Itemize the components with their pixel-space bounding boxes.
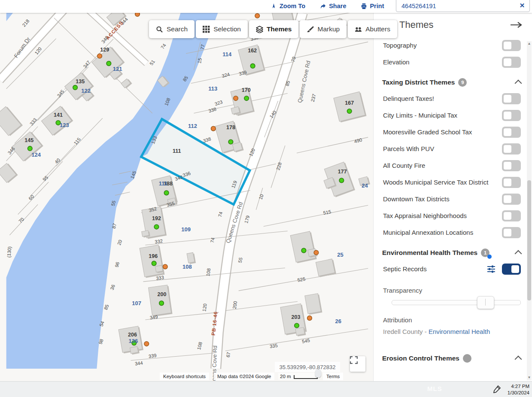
sidebar-scrollbar[interactable]: ▲ ▼ (527, 41, 532, 380)
well-point-marker[interactable] (144, 342, 149, 346)
toolbar-button-search[interactable]: Search (149, 20, 195, 38)
septic-point-marker[interactable] (295, 323, 299, 328)
well-point-marker[interactable] (97, 54, 102, 58)
well-point-marker[interactable] (135, 13, 140, 16)
map-canvas[interactable]: 21812034434634734533334611540956070(130)… (0, 13, 373, 381)
toggle-switch[interactable] (502, 160, 521, 171)
toggle-switch[interactable] (502, 194, 521, 205)
toggle-switch[interactable] (502, 57, 521, 68)
septic-point-marker[interactable] (250, 64, 255, 68)
septic-point-marker[interactable] (347, 109, 352, 114)
parcel-line (145, 231, 287, 245)
clipped-section-header[interactable]: Erosion Control Themes (374, 351, 532, 366)
dimension-label: 333 (29, 117, 38, 127)
scrollbar-thumb[interactable] (527, 180, 531, 300)
septic-point-marker[interactable] (339, 178, 344, 183)
septic-point-marker[interactable] (73, 85, 78, 90)
windows-ink-pen-icon[interactable] (492, 385, 501, 394)
print-button[interactable]: Print (361, 3, 384, 9)
toolbar-button-label: Themes (267, 25, 292, 33)
house-number-label: 196 (149, 253, 158, 259)
lot-number-label: 109 (181, 226, 191, 233)
septic-point-marker[interactable] (244, 96, 249, 101)
keyboard-shortcuts-link[interactable]: Keyboard shortcuts (160, 373, 209, 380)
grid-icon (203, 26, 210, 33)
house-number-label: 135 (76, 79, 85, 85)
dimension-label: 545 (301, 338, 310, 344)
house-number-label: 167 (345, 100, 354, 106)
well-point-marker[interactable] (307, 316, 312, 321)
toggle-switch[interactable] (502, 93, 521, 104)
dimension-label: 237 (310, 93, 316, 102)
septic-point-marker[interactable] (106, 61, 111, 66)
well-point-marker[interactable] (163, 264, 167, 269)
fullscreen-icon (350, 356, 358, 364)
septic-point-marker[interactable] (159, 301, 164, 306)
dimension-label: 51 (149, 59, 156, 66)
map-svg[interactable]: 21812034434634734533334611540956070(130)… (0, 13, 373, 381)
dimension-label: 67 (225, 352, 231, 358)
theme-label: Delinquent Taxes! (383, 95, 434, 102)
collapse-panel-arrow-icon[interactable] (510, 21, 523, 28)
dimension-label: 74 (217, 211, 224, 218)
dimension-label: 87 (111, 223, 118, 229)
dimension-label: 344 (134, 360, 143, 366)
attribution-line: Iredell County - Environmental Health (374, 328, 532, 335)
septic-point-marker[interactable] (301, 248, 306, 253)
lot-number-label: 108 (182, 264, 192, 270)
os-taskbar[interactable]: MLS 4:27 PM 1/30/2024 (0, 381, 532, 397)
zoom-to-button[interactable]: Zoom To (271, 3, 305, 9)
toggle-switch[interactable] (502, 143, 521, 155)
dimension-label: 335 (269, 343, 278, 349)
toggle-switch[interactable] (502, 110, 521, 121)
scroll-down-icon[interactable]: ▼ (527, 375, 532, 380)
scale-thumb (315, 369, 321, 378)
septic-point-marker[interactable] (152, 261, 156, 266)
theme-row: Municipal Annexation Locations (374, 224, 532, 241)
toggle-switch[interactable] (502, 227, 521, 238)
well-point-marker[interactable] (211, 126, 216, 131)
toolbar-button-themes[interactable]: Themes (249, 20, 299, 38)
lot-number-label: 24 (362, 182, 368, 189)
dimension-label: 179 (243, 215, 250, 224)
dimension-label: 40 (54, 157, 61, 164)
house-number-label: 129 (100, 47, 109, 53)
attribution-link[interactable]: Environmental Health (429, 328, 490, 335)
theme-row: Woods Municipal Service Tax District (374, 174, 532, 191)
search-input[interactable] (396, 0, 530, 12)
map-scale: 20 m (278, 373, 319, 380)
scroll-up-icon[interactable]: ▲ (527, 41, 532, 46)
transparency-slider[interactable] (392, 300, 521, 305)
toolbar-button-selection[interactable]: Selection (196, 20, 248, 38)
septic-point-marker[interactable] (164, 191, 169, 195)
taskbar-clock[interactable]: 4:27 PM 1/30/2024 (508, 383, 529, 396)
section-header[interactable]: Environmental Health Themes1 (374, 245, 532, 261)
toggle-switch[interactable] (502, 127, 521, 138)
printer-icon (361, 3, 367, 9)
well-point-marker[interactable] (234, 96, 238, 101)
septic-point-marker[interactable] (228, 139, 233, 144)
share-button[interactable]: Share (320, 3, 346, 9)
fullscreen-button[interactable] (350, 356, 365, 372)
septic-point-marker[interactable] (154, 224, 159, 229)
septic-point-marker[interactable] (27, 146, 32, 151)
lot-number-label: 136 (128, 338, 138, 344)
toggle-switch[interactable] (502, 210, 521, 221)
clear-search-icon[interactable]: ✕ (517, 1, 527, 10)
layers-icon (256, 26, 263, 33)
toolbar-button-abutters[interactable]: Abutters (348, 20, 397, 38)
well-point-marker[interactable] (314, 250, 319, 255)
well-point-marker[interactable] (255, 13, 260, 18)
transparency-slider-handle[interactable] (477, 296, 494, 309)
parcel-line (143, 268, 285, 282)
dimension-label: 70 (18, 217, 25, 224)
section-header[interactable]: Taxing District Themes9 (374, 75, 532, 90)
toolbar-button-markup[interactable]: Markup (300, 20, 347, 38)
layer-settings-icon[interactable] (486, 265, 496, 273)
toggle-switch[interactable] (502, 264, 521, 275)
dimension-label: 96 (114, 261, 120, 268)
terms-link[interactable]: Terms (323, 373, 343, 380)
toggle-switch[interactable] (502, 40, 521, 51)
toggle-switch[interactable] (502, 177, 521, 188)
themes-list: TopographyElevationTaxing District Theme… (374, 37, 532, 277)
